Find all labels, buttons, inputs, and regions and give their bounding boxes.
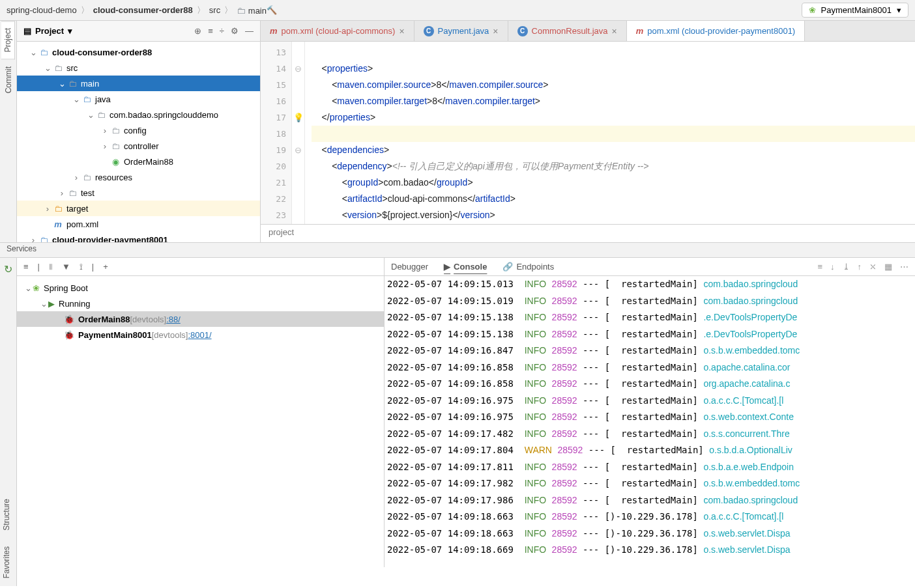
clear-icon[interactable]: ⤬ [869, 262, 877, 272]
settings-icon[interactable]: ⚙ [231, 26, 239, 36]
tree-row[interactable]: ◉OrderMain88 [17, 154, 260, 169]
project-tool-window: ▤ Project ▾ ⊕ ≡ ÷ ⚙ — ⌄🗀cloud-consumer-o… [17, 21, 261, 242]
spring-icon: ❀ [809, 5, 816, 15]
console-tabs: Debugger ▶Console 🔗Endpoints ≡ ↓ ⤓ ↑ ⤬ ▦… [385, 258, 915, 276]
tree-row[interactable]: ⌄🗀cloud-consumer-order88 [17, 44, 260, 60]
close-icon[interactable]: × [493, 26, 498, 36]
editor-tab[interactable]: CCommonResult.java× [508, 21, 627, 41]
breadcrumb-item[interactable]: src [209, 5, 220, 15]
service-row[interactable]: ⌄❀Spring Boot [17, 280, 384, 296]
add-icon[interactable]: + [103, 262, 108, 272]
filter-icon[interactable]: ▼ [62, 262, 70, 272]
left-tab-project[interactable]: Project [1, 21, 15, 59]
tab-debugger[interactable]: Debugger [391, 262, 428, 272]
console-panel: Debugger ▶Console 🔗Endpoints ≡ ↓ ⤓ ↑ ⤬ ▦… [385, 258, 915, 567]
breadcrumb-item[interactable]: cloud-consumer-order88 [93, 5, 193, 15]
left-toolwindow-bar: Project Commit [0, 21, 17, 242]
more-icon[interactable]: ⋯ [900, 262, 908, 272]
services-tree[interactable]: ⌄❀Spring Boot⌄▶Running🐞OrderMain88 [devt… [17, 276, 384, 567]
collapse-all-icon[interactable]: ÷ [220, 26, 224, 36]
chevron-down-icon: ▾ [68, 26, 72, 36]
tab-console[interactable]: ▶Console [444, 262, 487, 272]
editor-tab[interactable]: mpom.xml (cloud-provider-payment8001) [627, 21, 805, 41]
service-row[interactable]: 🐞OrderMain88 [devtools] :88/ [17, 311, 384, 327]
tree-row[interactable]: ›🗀cloud-provider-payment8001 [17, 232, 260, 242]
dl-icon[interactable]: ⤓ [843, 262, 850, 272]
editor-breadcrumb[interactable]: project [261, 224, 915, 242]
scroll-icon[interactable]: ↓ [830, 262, 835, 272]
tree-row[interactable]: mpom.xml [17, 216, 260, 232]
link-icon[interactable]: ⟟ [80, 262, 83, 272]
project-header: ▤ Project ▾ ⊕ ≡ ÷ ⚙ — [17, 21, 260, 42]
editor-tab[interactable]: CPayment.java× [414, 21, 508, 41]
left-tab-favorites[interactable]: Favorites [0, 539, 16, 586]
nav-bar: spring-cloud-demo〉cloud-consumer-order88… [0, 0, 915, 21]
tree-row[interactable]: ⌄🗀java [17, 91, 260, 107]
editor-tabs: mpom.xml (cloud-api-commons)×CPayment.ja… [261, 21, 915, 42]
project-tree[interactable]: ⌄🗀cloud-consumer-order88⌄🗀src⌄🗀main⌄🗀jav… [17, 42, 260, 242]
hide-icon[interactable]: — [245, 26, 254, 36]
code-editor[interactable]: <properties> <maven.compiler.source>8</m… [305, 42, 915, 224]
console-output[interactable]: 2022-05-07 14:09:15.013 INFO 28592 --- [… [385, 276, 915, 567]
code-area: 1314151617181920212223 ⊖💡⊖ <properties> … [261, 42, 915, 224]
tree-row[interactable]: ⌄🗀com.badao.springclouddemo [17, 107, 260, 122]
editor-area: mpom.xml (cloud-api-commons)×CPayment.ja… [261, 21, 915, 242]
console-icon: ▶ [444, 262, 450, 272]
close-icon[interactable]: × [612, 26, 617, 36]
breadcrumb-item[interactable]: spring-cloud-demo [7, 5, 77, 15]
build-icon[interactable]: 🔨 [267, 5, 277, 15]
left-tab-structure[interactable]: Structure [0, 491, 16, 539]
up-icon[interactable]: ↑ [858, 262, 862, 272]
close-icon[interactable]: × [399, 26, 404, 36]
editor-tab[interactable]: mpom.xml (cloud-api-commons)× [261, 21, 414, 41]
tree-row[interactable]: ⌄🗀src [17, 60, 260, 76]
tree-row[interactable]: ›🗀config [17, 122, 260, 138]
line-gutter: 1314151617181920212223 [261, 42, 292, 224]
run-config-selector[interactable]: ❀ PaymentMain8001 ▾ [802, 3, 908, 18]
split-icon[interactable]: ▦ [884, 262, 892, 272]
breadcrumb-item[interactable]: 🗀 main [237, 5, 267, 16]
expand-icon[interactable]: ≡ [23, 262, 29, 272]
tree-row[interactable]: ›🗀test [17, 185, 260, 201]
gutter-marks: ⊖💡⊖ [292, 42, 305, 224]
tree-row[interactable]: ›🗀resources [17, 169, 260, 185]
tree-row[interactable]: ›🗀target [17, 201, 260, 216]
service-row[interactable]: 🐞PaymentMain8001 [devtools] :8001/ [17, 327, 384, 343]
tree-row[interactable]: ›🗀controller [17, 138, 260, 154]
project-icon: ▤ [23, 26, 31, 36]
run-config-label: PaymentMain8001 [821, 5, 892, 15]
services-tree-panel: ≡ | ⫴ ▼ ⟟ | + ⌄❀Spring Boot⌄▶Running🐞Ord… [17, 258, 385, 567]
service-row[interactable]: ⌄▶Running [17, 296, 384, 311]
tree-row[interactable]: ⌄🗀main [17, 76, 260, 91]
services-header[interactable]: Services [0, 242, 915, 258]
tab-endpoints[interactable]: 🔗Endpoints [502, 262, 554, 272]
chevron-down-icon: ▾ [897, 5, 901, 15]
breadcrumb[interactable]: spring-cloud-demo〉cloud-consumer-order88… [7, 5, 267, 16]
project-title[interactable]: ▤ Project ▾ [23, 26, 72, 36]
endpoints-icon: 🔗 [502, 262, 513, 272]
group-icon[interactable]: ⫴ [49, 262, 53, 272]
left-tab-commit[interactable]: Commit [1, 59, 16, 100]
expand-all-icon[interactable]: ≡ [208, 26, 213, 36]
select-opened-icon[interactable]: ⊕ [194, 26, 201, 36]
services-toolbar: ≡ | ⫴ ▼ ⟟ | + [17, 258, 384, 276]
wrap-icon[interactable]: ≡ [817, 262, 822, 272]
